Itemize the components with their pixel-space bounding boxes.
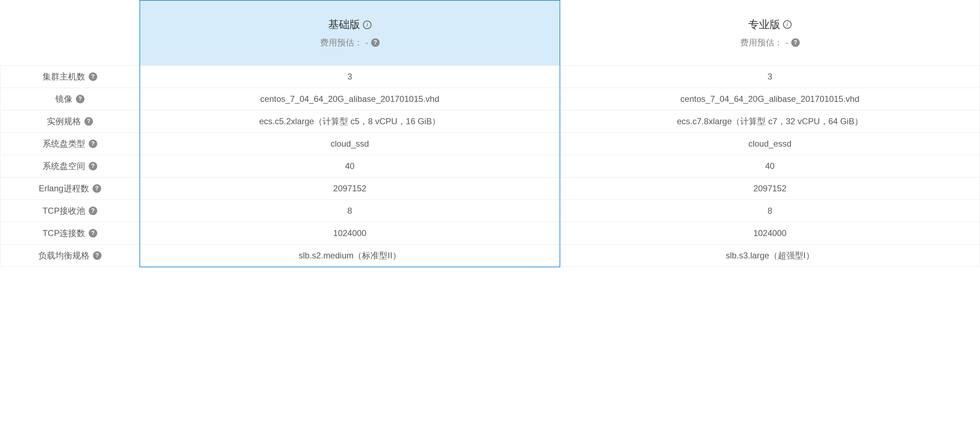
pro-cost-value: -: [786, 38, 788, 48]
basic-value-cell: ecs.c5.2xlarge（计算型 c5，8 vCPU，16 GiB）: [140, 110, 560, 132]
pro-cost-label: 费用预估：: [740, 37, 783, 48]
help-icon[interactable]: ?: [92, 184, 101, 193]
basic-value-cell: 8: [140, 199, 560, 222]
pro-value-cell: centos_7_04_64_20G_alibase_201701015.vhd: [560, 88, 980, 110]
row-label-cell: 系统盘空间 ?: [0, 155, 140, 177]
basic-value-cell: 1024000: [140, 222, 560, 244]
pro-value-cell: 1024000: [560, 222, 980, 244]
info-icon[interactable]: i: [363, 21, 371, 29]
row-label: 镜像: [55, 93, 72, 105]
help-icon[interactable]: ?: [371, 38, 380, 47]
info-icon[interactable]: i: [783, 20, 792, 29]
row-label-cell: Erlang进程数 ?: [0, 177, 140, 199]
table-row: 负载均衡规格 ? slb.s2.medium（标准型II） slb.s3.lar…: [0, 244, 980, 267]
row-label-cell: 镜像 ?: [0, 88, 140, 110]
basic-value-cell: 40: [140, 155, 560, 177]
table-row: 系统盘空间 ? 40 40: [0, 155, 980, 177]
table-row: 实例规格 ? ecs.c5.2xlarge（计算型 c5，8 vCPU，16 G…: [0, 110, 980, 132]
row-label: 负载均衡规格: [38, 250, 89, 261]
basic-cost-label: 费用预估：: [320, 37, 363, 48]
help-icon[interactable]: ?: [76, 95, 84, 103]
table-row: 镜像 ? centos_7_04_64_20G_alibase_20170101…: [0, 88, 980, 110]
help-icon[interactable]: ?: [89, 207, 97, 215]
pro-value-cell: ecs.c7.8xlarge（计算型 c7，32 vCPU，64 GiB）: [560, 110, 980, 132]
help-icon[interactable]: ?: [93, 251, 102, 260]
basic-cost-value: -: [366, 38, 368, 48]
help-icon[interactable]: ?: [89, 72, 97, 81]
basic-value-cell: centos_7_04_64_20G_alibase_201701015.vhd: [140, 88, 560, 110]
row-label: 系统盘类型: [43, 138, 85, 150]
pro-plan-title: 专业版: [748, 18, 780, 32]
basic-plan-header[interactable]: 基础版 i 费用预估： - ?: [140, 0, 560, 65]
row-label-cell: TCP连接数 ?: [0, 222, 140, 244]
help-icon[interactable]: ?: [89, 229, 97, 237]
plan-comparison-table: 基础版 i 费用预估： - ? 专业版 i 费用预估： - ?: [0, 0, 980, 267]
basic-value-cell: cloud_ssd: [140, 132, 560, 155]
table-header-row: 基础版 i 费用预估： - ? 专业版 i 费用预估： - ?: [0, 0, 980, 65]
row-label-cell: 负载均衡规格 ?: [0, 244, 140, 267]
table-row: 集群主机数 ? 3 3: [0, 65, 980, 88]
table-row: TCP连接数 ? 1024000 1024000: [0, 222, 980, 244]
pro-value-cell: 8: [560, 199, 980, 222]
row-label: 系统盘空间: [43, 161, 85, 172]
pro-value-cell: 2097152: [560, 177, 980, 199]
row-label: TCP接收池: [43, 205, 85, 217]
help-icon[interactable]: ?: [791, 38, 800, 47]
table-row: Erlang进程数 ? 2097152 2097152: [0, 177, 980, 199]
basic-value-cell: 3: [140, 65, 560, 88]
help-icon[interactable]: ?: [89, 162, 97, 171]
empty-corner-cell: [0, 0, 140, 65]
table-row: TCP接收池 ? 8 8: [0, 199, 980, 222]
basic-value-cell: 2097152: [140, 177, 560, 199]
pro-value-cell: 40: [560, 155, 980, 177]
row-label-cell: 集群主机数 ?: [0, 65, 140, 88]
pro-value-cell: 3: [560, 65, 980, 88]
row-label-cell: 系统盘类型 ?: [0, 132, 140, 155]
pro-value-cell: cloud_essd: [560, 132, 980, 155]
help-icon[interactable]: ?: [89, 140, 97, 148]
row-label: 集群主机数: [43, 71, 85, 82]
pro-plan-header[interactable]: 专业版 i 费用预估： - ?: [560, 0, 980, 65]
pro-value-cell: slb.s3.large（超强型I）: [560, 244, 980, 267]
basic-value-cell: slb.s2.medium（标准型II）: [140, 244, 560, 267]
row-label-cell: TCP接收池 ?: [0, 199, 140, 222]
row-label: TCP连接数: [43, 228, 85, 239]
row-label: Erlang进程数: [39, 183, 89, 194]
help-icon[interactable]: ?: [84, 117, 93, 126]
table-row: 系统盘类型 ? cloud_ssd cloud_essd: [0, 132, 980, 155]
basic-plan-title: 基础版: [328, 18, 360, 32]
row-label-cell: 实例规格 ?: [0, 110, 140, 132]
row-label: 实例规格: [47, 116, 81, 127]
